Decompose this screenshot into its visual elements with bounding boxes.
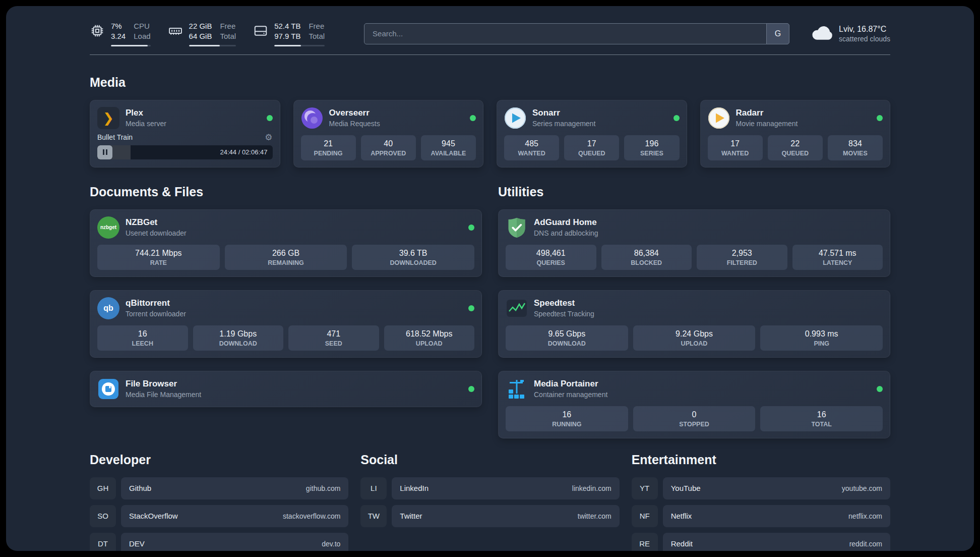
bookmark-url: dev.to (322, 540, 340, 548)
plex-icon: ❯ (97, 107, 119, 129)
status-dot (673, 115, 680, 121)
cpu-bar (111, 45, 151, 46)
service-card-filebrowser[interactable]: File Browser Media File Management (90, 371, 482, 407)
bookmark-url: github.com (306, 484, 340, 492)
bookmark-name: Twitter (400, 512, 422, 520)
service-subtitle: Torrent downloader (126, 310, 462, 318)
bookmarks-social: Social LI LinkedIn linkedin.com TW Twitt… (360, 453, 619, 551)
bookmark-youtube[interactable]: YT YouTube youtube.com (632, 477, 890, 499)
gear-icon[interactable]: ⚙ (265, 133, 272, 142)
bookmark-name: Reddit (671, 539, 693, 548)
nzbget-icon: nzbget (97, 216, 119, 239)
service-subtitle: DNS and adblocking (534, 229, 883, 237)
service-card-plex[interactable]: ❯ Plex Media server Bullet Train ⚙ (90, 100, 280, 168)
seek-bar[interactable]: 24:44 / 02:06:47 (97, 145, 273, 159)
section-title-entertainment: Entertainment (632, 453, 890, 467)
bookmark-netflix[interactable]: NF Netflix netflix.com (632, 505, 890, 527)
service-name: NZBGet (126, 217, 462, 228)
stat-blocked: 86,384 BLOCKED (601, 245, 692, 270)
stat-queries: 498,461 QUERIES (506, 245, 596, 270)
stat-queued: 22 QUEUED (768, 135, 823, 160)
section-title-utilities: Utilities (498, 185, 890, 199)
search-provider-button[interactable]: G (766, 23, 789, 44)
bookmark-url: linkedin.com (572, 484, 611, 492)
section-utilities: Utilities AdGuard Home (498, 185, 890, 438)
ram-free-label: Free (220, 21, 236, 31)
weather-condition: scattered clouds (839, 35, 890, 43)
service-card-radarr[interactable]: Radarr Movie management 17 WANTED 22 QUE… (700, 100, 891, 168)
service-name: Radarr (736, 108, 871, 118)
bookmark-reddit[interactable]: RE Reddit reddit.com (632, 533, 890, 551)
disk-icon (253, 21, 268, 38)
bookmark-abbr: SO (90, 505, 116, 527)
service-subtitle: Media File Management (126, 391, 462, 399)
bookmark-name: DEV (129, 539, 145, 548)
disk-free-value: 52.4 TB (274, 21, 300, 31)
service-subtitle: Usenet downloader (126, 229, 462, 237)
cpu-percent: 7% (111, 21, 126, 31)
stat-pending: 21 PENDING (301, 135, 356, 160)
disk-total-label: Total (309, 31, 325, 41)
bookmark-twitter[interactable]: TW Twitter twitter.com (360, 505, 619, 527)
bookmark-stackoverflow[interactable]: SO StackOverflow stackoverflow.com (90, 505, 348, 527)
service-card-speedtest[interactable]: Speedtest Speedtest Tracking 9.65 Gbps D… (498, 290, 890, 358)
disk-free-label: Free (309, 21, 325, 31)
bookmark-github[interactable]: GH Github github.com (90, 477, 348, 499)
bookmark-url: reddit.com (849, 540, 882, 548)
stat-stopped: 0 STOPPED (633, 406, 756, 431)
bookmark-linkedin[interactable]: LI LinkedIn linkedin.com (360, 477, 619, 499)
weather-widget: Lviv, 16.87°C scattered clouds (812, 25, 890, 43)
service-subtitle: Speedtest Tracking (534, 310, 883, 318)
search-bar[interactable]: G (364, 23, 789, 44)
bookmark-url: netflix.com (848, 512, 882, 520)
cpu-icon (90, 21, 105, 38)
service-subtitle: Media server (126, 120, 261, 128)
service-card-overseerr[interactable]: Overseerr Media Requests 21 PENDING 40 A… (293, 100, 484, 168)
stat-movies: 834 MOVIES (828, 135, 883, 160)
service-card-portainer[interactable]: Media Portainer Container management 16 … (498, 371, 890, 438)
memory-icon (168, 21, 183, 38)
service-subtitle: Series management (532, 120, 667, 128)
dashboard-panel: 7% 3.24 CPU Load (6, 6, 974, 551)
bookmark-name: StackOverflow (129, 512, 178, 520)
search-input[interactable] (364, 23, 789, 44)
stat-rate: 744.21 Mbps RATE (97, 245, 220, 270)
cpu-load-value: 3.24 (111, 31, 126, 41)
stat-series: 196 SERIES (624, 135, 679, 160)
cpu-load-label: Load (134, 31, 150, 41)
cloud-icon (812, 25, 833, 42)
bookmark-dev[interactable]: DT DEV dev.to (90, 533, 348, 551)
disk-total-value: 97.9 TB (274, 31, 300, 41)
bookmark-url: twitter.com (578, 512, 611, 520)
bookmark-name: YouTube (671, 484, 701, 492)
memory-widget: 22 GiB 64 GiB Free Total (168, 21, 236, 46)
stat-available: 945 AVAILABLE (421, 135, 476, 160)
stat-download: 1.19 Gbps DOWNLOAD (193, 325, 284, 351)
stat-remaining: 266 GB REMAINING (225, 245, 347, 270)
service-card-nzbget[interactable]: nzbget NZBGet Usenet downloader 744.21 M… (90, 209, 482, 277)
status-dot (877, 386, 883, 392)
bookmark-name: Github (129, 484, 151, 492)
stat-ping: 0.993 ms PING (760, 325, 883, 351)
overseerr-icon (301, 107, 323, 129)
service-card-adguard[interactable]: AdGuard Home DNS and adblocking 498,461 … (498, 209, 890, 277)
stat-seed: 471 SEED (288, 325, 379, 351)
status-dot (470, 115, 476, 121)
bookmarks-entertainment: Entertainment YT YouTube youtube.com NF … (632, 453, 890, 551)
service-name: Speedtest (534, 298, 883, 308)
stat-wanted: 17 WANTED (708, 135, 763, 160)
service-card-qbittorrent[interactable]: qb qBittorrent Torrent downloader 16 LEE… (90, 290, 482, 358)
service-name: Plex (126, 108, 261, 118)
stat-approved: 40 APPROVED (361, 135, 416, 160)
disk-bar (274, 45, 325, 46)
service-subtitle: Container management (534, 391, 871, 399)
section-title-developer: Developer (90, 453, 348, 467)
service-subtitle: Movie management (736, 120, 871, 128)
pause-button[interactable] (97, 145, 112, 159)
ram-bar (189, 45, 236, 46)
service-name: Overseerr (329, 108, 464, 118)
service-name: Sonarr (532, 108, 667, 118)
service-card-sonarr[interactable]: Sonarr Series management 485 WANTED 17 Q… (497, 100, 687, 168)
now-playing-widget: Bullet Train ⚙ 24:44 / 02:06:47 (97, 133, 273, 159)
ram-total-value: 64 GiB (189, 31, 212, 41)
